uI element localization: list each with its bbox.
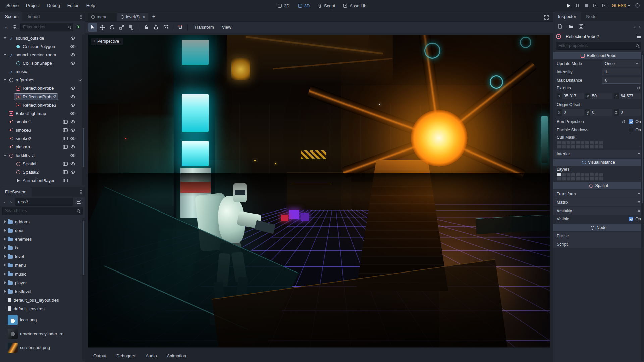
visibility-eye-icon[interactable] <box>70 145 75 149</box>
scene-tab[interactable]: level(*) × <box>117 13 149 21</box>
menu-item[interactable]: Editor <box>64 0 83 11</box>
expand-arrow-icon[interactable] <box>3 272 8 277</box>
max-distance-field[interactable]: 0 <box>602 77 641 84</box>
distraction-free-icon[interactable] <box>543 15 550 20</box>
expand-arrow-icon[interactable] <box>3 228 8 233</box>
film-icon[interactable] <box>63 145 68 149</box>
scene-tree-node[interactable]: Spatial2 <box>0 168 85 176</box>
film-icon[interactable] <box>63 128 68 133</box>
visibility-eye-icon[interactable] <box>70 170 75 175</box>
visibility-eye-icon[interactable] <box>70 111 75 116</box>
filesystem-item[interactable]: default_env.tres <box>0 304 85 313</box>
scene-tree-node[interactable]: plasma <box>0 143 85 151</box>
group-transform[interactable]: Transform <box>553 190 644 198</box>
origin-y-field[interactable]: y0 <box>585 109 612 116</box>
filesystem-item[interactable]: enemies <box>0 235 85 243</box>
group-pause[interactable]: Pause <box>553 232 644 240</box>
expand-arrow-icon[interactable] <box>2 52 7 57</box>
new-resource-icon[interactable] <box>556 23 564 30</box>
scene-tree-node[interactable]: BakedLightmap <box>0 109 85 118</box>
save-resource-icon[interactable] <box>577 23 585 30</box>
menu-item[interactable]: Scene <box>3 0 22 11</box>
snap-magnet-icon[interactable] <box>176 23 185 32</box>
expand-arrow-icon[interactable] <box>2 77 7 82</box>
stop-button[interactable] <box>583 2 590 9</box>
expand-arrow-icon[interactable] <box>3 245 8 250</box>
list-select-tool[interactable] <box>127 23 136 32</box>
film-icon[interactable] <box>63 178 68 183</box>
instance-scene-button[interactable] <box>11 23 19 31</box>
origin-z-field[interactable]: z0 <box>614 109 641 116</box>
scene-tree-node[interactable]: smoke3 <box>0 126 85 134</box>
group-script[interactable]: Script <box>553 240 644 248</box>
expand-arrow-icon[interactable] <box>3 280 8 285</box>
play-custom-scene-button[interactable] <box>601 2 608 9</box>
visibility-eye-icon[interactable] <box>70 120 75 124</box>
more-label[interactable]: .. <box>639 143 641 147</box>
scene-tree-scrollbar[interactable] <box>82 34 85 185</box>
bottom-panel-tab[interactable]: Audio <box>146 353 157 358</box>
workspace-tab[interactable]: Script <box>314 2 339 10</box>
scene-tree-node[interactable]: sound_outside <box>0 34 85 42</box>
scene-tree-node[interactable]: smoke2 <box>0 134 85 143</box>
visible-checkbox[interactable] <box>629 217 633 221</box>
transform-menu[interactable]: Transform <box>191 23 218 32</box>
filesystem-title[interactable]: FileSystem <box>0 187 32 197</box>
scene-tree-node[interactable]: forklifts_a <box>0 151 85 160</box>
nav-forward-icon[interactable]: › <box>9 199 13 205</box>
dock-tab[interactable]: Inspector <box>553 12 581 21</box>
group-visibility[interactable]: Visibility <box>553 207 644 215</box>
box-projection-checkbox[interactable] <box>629 119 633 124</box>
filesystem-item[interactable]: addons <box>0 217 85 226</box>
viewport-3d[interactable]: Perspective <box>88 35 550 348</box>
menu-item[interactable]: Project <box>22 0 43 11</box>
origin-x-field[interactable]: x0 <box>557 109 584 116</box>
move-tool[interactable] <box>98 23 107 32</box>
workspace-tab[interactable]: AssetLib <box>339 2 370 10</box>
filesystem-item[interactable]: music <box>0 269 85 278</box>
visibility-eye-icon[interactable] <box>70 128 75 133</box>
extents-z-field[interactable]: z64.577 <box>614 93 641 99</box>
group-icon[interactable] <box>161 23 170 32</box>
filesystem-item[interactable]: player <box>0 278 85 287</box>
expand-arrow-icon[interactable] <box>3 254 8 259</box>
filesystem-item[interactable]: default_bus_layout.tres <box>0 296 85 304</box>
close-icon[interactable]: × <box>142 15 145 19</box>
split-mode-icon[interactable] <box>75 198 83 205</box>
visibility-eye-icon[interactable] <box>70 103 75 108</box>
expand-arrow-icon[interactable] <box>3 237 8 242</box>
view-menu[interactable]: View <box>218 23 235 32</box>
filesystem-item[interactable]: fx <box>0 243 85 252</box>
extents-y-field[interactable]: y50 <box>585 93 612 99</box>
more-label[interactable]: .. <box>639 175 641 179</box>
menu-item[interactable]: Help <box>83 0 99 11</box>
new-scene-tab-button[interactable]: + <box>149 13 158 21</box>
bottom-panel-tab[interactable]: Debugger <box>116 353 136 358</box>
scene-tab[interactable]: menu × <box>88 13 116 21</box>
filesystem-item[interactable]: testlevel <box>0 287 85 296</box>
scene-tree-node[interactable]: CollisionPolygon <box>0 42 85 51</box>
menu-item[interactable]: Debug <box>43 0 63 11</box>
filter-nodes-input[interactable] <box>23 25 68 29</box>
dock-menu-icon[interactable] <box>80 16 82 17</box>
workspace-tab[interactable]: 3D <box>294 2 313 10</box>
pause-button[interactable] <box>574 2 581 9</box>
expand-arrow-icon[interactable] <box>3 219 8 224</box>
scene-tree-node[interactable]: refprobes <box>0 76 85 84</box>
expand-arrow-icon[interactable] <box>3 263 8 268</box>
visibility-eye-icon[interactable] <box>70 86 75 91</box>
visibility-eye-icon[interactable] <box>70 95 75 99</box>
play-button[interactable] <box>565 2 572 9</box>
bottom-panel-tab[interactable]: Output <box>93 353 106 358</box>
film-icon[interactable] <box>63 136 68 141</box>
filesystem-item[interactable]: door <box>0 226 85 235</box>
update-mode-dropdown[interactable]: Once <box>602 60 641 67</box>
filesystem-item[interactable]: level <box>0 252 85 261</box>
scale-tool[interactable] <box>117 23 126 32</box>
nav-back-icon[interactable]: ‹ <box>2 199 7 205</box>
scene-tree-node[interactable]: ReflectionProbe3 <box>0 101 85 109</box>
cull-mask-grid[interactable] <box>557 141 603 149</box>
filesystem-scrollbar[interactable] <box>82 218 85 361</box>
visibility-eye-icon[interactable] <box>70 162 75 166</box>
viewport-3d-scene[interactable]: Perspective <box>88 35 550 347</box>
